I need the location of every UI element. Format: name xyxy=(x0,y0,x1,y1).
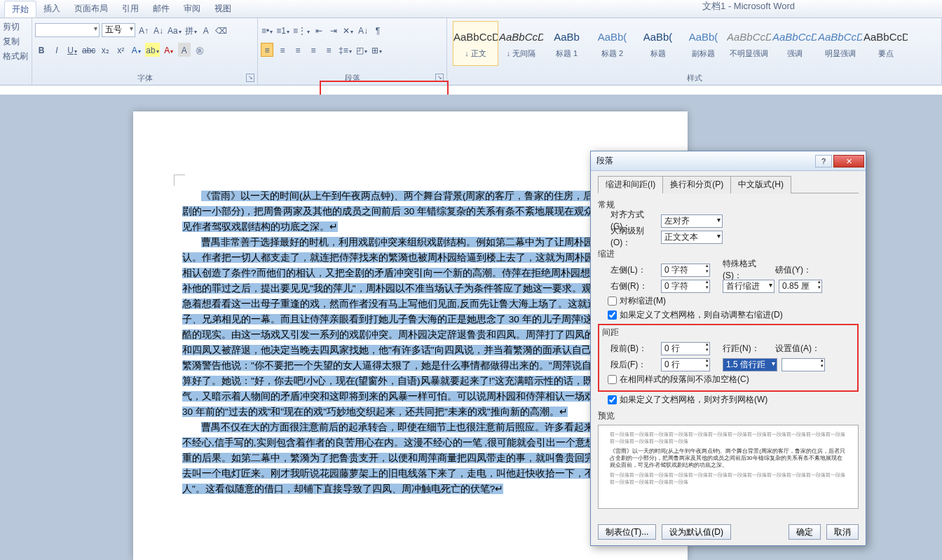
text-effects-button[interactable]: A xyxy=(130,43,142,57)
tab-home[interactable]: 开始 xyxy=(4,1,36,18)
section-spacing: 间距 xyxy=(602,327,854,339)
tab-layout[interactable]: 页面布局 xyxy=(67,1,115,17)
text-selection: 曹禺不仅在大的方面很注意前后的起承转合，即使在细节上也很注意前后照应。许多看起来… xyxy=(182,422,637,494)
grid-space-checkbox[interactable]: 如果定义了文档网格，则对齐到网格(W) xyxy=(608,394,859,406)
crop-mark-icon xyxy=(174,175,185,186)
highlight-spacing-section: 间距 段前(B)： 0 行 行距(N)： 设置值(A)： 段后(F)： 0 行 … xyxy=(598,324,859,392)
tab-asian[interactable]: 中文版式(H) xyxy=(730,176,791,193)
ok-button[interactable]: 确定 xyxy=(789,524,821,540)
alignment-select[interactable]: 左对齐 xyxy=(661,214,723,228)
tab-references[interactable]: 引用 xyxy=(115,1,146,17)
font-size-combo[interactable]: 五号 xyxy=(102,23,135,37)
line-spacing-button[interactable]: ‡≡ xyxy=(338,43,353,57)
ribbon-tabs: 开始 插入 页面布局 引用 邮件 审阅 视图 xyxy=(0,0,942,18)
outline-select[interactable]: 正文文本 xyxy=(661,231,723,244)
superscript-button[interactable]: x² xyxy=(114,43,127,57)
shading-button[interactable]: ◰ xyxy=(355,43,368,57)
bullets-button[interactable]: ≡• xyxy=(261,23,273,37)
shrink-font-button[interactable]: A↓ xyxy=(152,23,165,37)
by-label: 磅值(Y)： xyxy=(775,264,823,276)
style-item[interactable]: AaBbCcDd强调 xyxy=(772,21,817,66)
font-color-button[interactable]: A xyxy=(163,43,175,57)
special-select[interactable]: 首行缩进 xyxy=(723,280,774,293)
style-item[interactable]: AaBb(标题 2 xyxy=(589,21,635,66)
outline-label: 大纲级别(O)： xyxy=(610,225,661,249)
style-item[interactable]: AaBbCcDd↓ 无间隔 xyxy=(498,21,544,66)
space-after-spinner[interactable]: 0 行 xyxy=(661,358,710,371)
tab-line-page[interactable]: 换行和分页(P) xyxy=(662,176,731,193)
help-button[interactable]: ? xyxy=(815,155,832,168)
tab-review[interactable]: 审阅 xyxy=(177,1,207,17)
tab-view[interactable]: 视图 xyxy=(207,1,238,17)
multilevel-button[interactable]: ≡⋮ xyxy=(292,23,310,37)
dialog-title: 段落 xyxy=(596,155,613,167)
tab-indent-spacing[interactable]: 缩进和间距(I) xyxy=(598,176,663,193)
underline-button[interactable]: U xyxy=(66,43,78,57)
style-item[interactable]: AaBb(标题 xyxy=(635,21,681,66)
align-left-button[interactable]: ≡ xyxy=(261,43,273,57)
numbering-button[interactable]: ≡1 xyxy=(275,23,290,37)
group-font: 五号 A↑ A↓ Aa 拼 A ⌫ B I U abc x₂ x² A ab A… xyxy=(32,18,258,85)
document-text[interactable]: 《雷雨》以一天的时间(从上午到午夜两点钟)、两个舞台背景(周家的客厅，鲁家的住房… xyxy=(182,189,639,497)
asian-layout-button[interactable]: ✕ xyxy=(342,23,355,37)
font-launcher-icon[interactable]: ↘ xyxy=(246,74,254,82)
grid-indent-checkbox[interactable]: 如果定义了文档网格，则自动调整右缩进(D) xyxy=(608,309,859,321)
style-item[interactable]: AaBbCcDd要点 xyxy=(863,21,908,66)
line-spacing-select[interactable]: 1.5 倍行距 xyxy=(723,358,777,371)
paragraph-launcher-icon[interactable]: ↘ xyxy=(435,74,444,82)
char-shading-button[interactable]: A xyxy=(178,43,191,57)
highlight-button[interactable]: ab xyxy=(145,43,159,57)
group-paragraph: ≡• ≡1 ≡⋮ ⇤ ⇥ ✕ A↓ ¶ ≡ ≡ ≡ ≡ ≡ ‡≡ ◰ ⊞ 段落 … xyxy=(258,18,447,85)
subscript-button[interactable]: x₂ xyxy=(99,43,111,57)
borders-button[interactable]: ⊞ xyxy=(371,43,383,57)
space-before-spinner[interactable]: 0 行 xyxy=(661,342,710,355)
group-styles-label: 样式 xyxy=(447,73,941,83)
at-spinner[interactable] xyxy=(781,358,825,371)
italic-button[interactable]: I xyxy=(50,43,63,57)
change-case-button[interactable]: Aa xyxy=(167,23,182,37)
format-painter-button[interactable]: 格式刷 xyxy=(3,49,29,64)
dialog-tabs: 缩进和间距(I) 换行和分页(P) 中文版式(H) xyxy=(598,175,859,193)
phonetic-guide-button[interactable]: 拼 xyxy=(184,23,198,37)
indent-left-label: 左侧(L)： xyxy=(610,264,661,276)
dialog-titlebar: 段落 ? ✕ xyxy=(591,151,866,171)
indent-right-spinner[interactable]: 0 字符 xyxy=(661,280,710,293)
font-family-combo[interactable] xyxy=(35,23,100,37)
tabstops-button[interactable]: 制表位(T)... xyxy=(598,524,656,540)
mirror-indent-checkbox[interactable]: 对称缩进(M) xyxy=(608,295,859,307)
indent-left-spinner[interactable]: 0 字符 xyxy=(661,264,710,277)
tab-mailings[interactable]: 邮件 xyxy=(146,1,177,17)
bold-button[interactable]: B xyxy=(35,43,48,57)
clear-format-button[interactable]: ⌫ xyxy=(214,23,228,37)
close-button[interactable]: ✕ xyxy=(833,155,864,168)
enclose-char-button[interactable]: ㊩ xyxy=(193,43,206,57)
align-right-button[interactable]: ≡ xyxy=(292,43,304,57)
group-paragraph-label: 段落 xyxy=(258,73,446,83)
cancel-button[interactable]: 取消 xyxy=(826,524,859,540)
paragraph-dialog: 段落 ? ✕ 缩进和间距(I) 换行和分页(P) 中文版式(H) 常规 对齐方式… xyxy=(590,151,866,546)
distribute-button[interactable]: ≡ xyxy=(322,43,335,57)
sort-button[interactable]: A↓ xyxy=(357,23,369,37)
no-space-checkbox[interactable]: 在相同样式的段落间不添加空格(C) xyxy=(608,374,854,385)
increase-indent-button[interactable]: ⇥ xyxy=(327,23,340,37)
by-spinner[interactable]: 0.85 厘 xyxy=(779,280,822,293)
default-button[interactable]: 设为默认值(D) xyxy=(662,524,731,540)
style-item[interactable]: AaBb(副标题 xyxy=(681,21,726,66)
copy-button[interactable]: 复制 xyxy=(3,34,29,49)
section-preview: 预览 xyxy=(598,410,859,422)
strike-button[interactable]: abc xyxy=(81,43,96,57)
cut-button[interactable]: 剪切 xyxy=(3,20,29,34)
style-item[interactable]: AaBbCcDd明显强调 xyxy=(817,21,863,66)
show-marks-button[interactable]: ¶ xyxy=(371,23,384,37)
decrease-indent-button[interactable]: ⇤ xyxy=(313,23,325,37)
align-center-button[interactable]: ≡ xyxy=(276,43,289,57)
style-item[interactable]: AaBbCcDd不明显强调 xyxy=(726,21,772,66)
style-item[interactable]: AaBbCcDd↓ 正文 xyxy=(453,21,498,66)
justify-button[interactable]: ≡ xyxy=(307,43,320,57)
char-border-button[interactable]: A xyxy=(200,23,212,37)
space-before-label: 段前(B)： xyxy=(610,343,661,355)
grow-font-button[interactable]: A↑ xyxy=(137,23,150,37)
style-item[interactable]: AaBb标题 1 xyxy=(544,21,589,66)
tab-insert[interactable]: 插入 xyxy=(36,1,67,17)
window-title: 文档1 - Microsoft Word xyxy=(702,0,795,13)
